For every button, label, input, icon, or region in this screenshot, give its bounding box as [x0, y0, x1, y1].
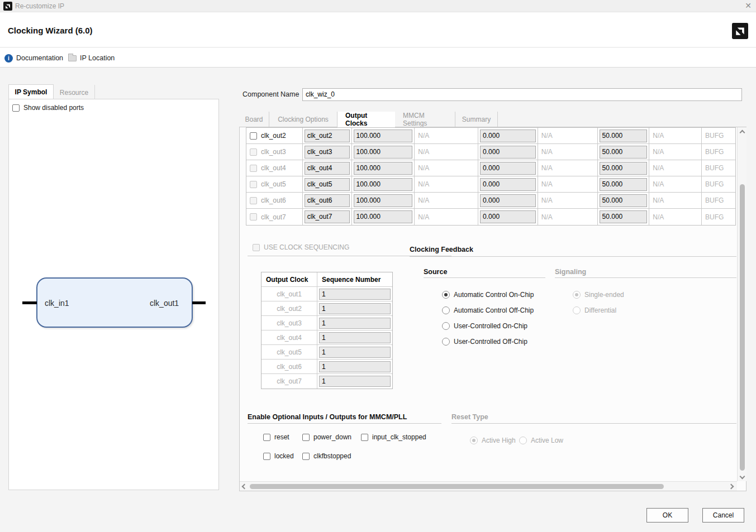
cancel-button[interactable]: Cancel	[702, 508, 744, 523]
table-row: clk_out7 clk_out7 100.000 N/A 0.000 N/A …	[246, 209, 735, 225]
phase-field: 0.000	[480, 146, 536, 159]
sequence-number-field: 1	[319, 376, 391, 387]
duty-cycle-field: 50.000	[600, 194, 648, 207]
tab-resource[interactable]: Resource	[54, 85, 95, 100]
component-name-input[interactable]: clk_wiz_0	[302, 88, 742, 101]
port-name-field: clk_out4	[305, 162, 350, 175]
reset-type-title: Reset Type	[451, 413, 488, 421]
sequence-row: clk_out31	[261, 316, 392, 330]
radio-user-controlled-off-chip[interactable]: User-Controlled Off-Chip	[442, 338, 527, 346]
amd-xilinx-logo-icon	[3, 2, 12, 11]
sequence-row: clk_out71	[261, 374, 392, 389]
checkbox-reset[interactable]: reset	[263, 433, 289, 441]
radio-differential: Differential	[573, 306, 616, 314]
horizontal-scrollbar[interactable]	[240, 481, 737, 491]
sequence-row: clk_out51	[261, 345, 392, 360]
checkbox-locked[interactable]: locked	[263, 452, 294, 460]
documentation-label: Documentation	[16, 54, 63, 62]
port-name-field: clk_out6	[305, 194, 350, 207]
checkbox-clkfbstopped[interactable]: clkfbstopped	[302, 452, 351, 460]
radio-automatic-control-off-chip[interactable]: Automatic Control Off-Chip	[442, 306, 534, 314]
sequence-header-row: Output Clock Sequence Number	[261, 272, 392, 287]
port-name-field: clk_out3	[305, 146, 350, 159]
sequence-number-field: 1	[319, 361, 391, 372]
phase-field: 0.000	[480, 210, 536, 223]
vertical-scrollbar[interactable]	[737, 127, 747, 481]
scroll-up-icon[interactable]	[738, 128, 747, 137]
radio-icon	[573, 306, 581, 314]
sequence-row: clk_out61	[261, 360, 392, 374]
output-freq-field: 100.000	[354, 178, 413, 191]
show-disabled-ports-checkbox[interactable]	[12, 104, 20, 112]
sequence-number-field: 1	[319, 347, 391, 358]
config-tabs: Board Clocking Options Output Clocks MMC…	[239, 112, 747, 127]
column-header: Sequence Number	[317, 272, 392, 286]
phase-field: 0.000	[480, 162, 536, 175]
duty-cycle-field: 50.000	[600, 210, 648, 223]
output-freq-field: 100.000	[354, 146, 413, 159]
radio-icon	[470, 437, 478, 444]
sequence-number-field: 1	[319, 318, 391, 329]
documentation-button[interactable]: i Documentation	[4, 52, 63, 64]
folder-icon	[68, 55, 77, 61]
show-disabled-ports-label: Show disabled ports	[23, 104, 84, 112]
output-freq-field: 100.000	[354, 194, 413, 207]
phase-field[interactable]: 0.000	[480, 130, 536, 142]
divider	[451, 423, 736, 424]
divider	[424, 277, 545, 278]
ok-button[interactable]: OK	[646, 508, 688, 523]
ip-location-button[interactable]: IP Location	[68, 52, 115, 64]
checkbox-input-clk-stopped[interactable]: input_clk_stopped	[361, 433, 426, 441]
checkbox-icon	[302, 453, 310, 460]
input-port-label: clk_in1	[45, 299, 69, 308]
tab-ip-symbol[interactable]: IP Symbol	[8, 84, 54, 99]
checkbox-icon	[302, 434, 310, 441]
radio-active-low: Active Low	[519, 437, 563, 444]
close-icon[interactable]: ✕	[745, 1, 752, 10]
tab-board[interactable]: Board	[239, 112, 269, 127]
sequence-row: clk_out11	[261, 287, 392, 301]
duty-cycle-field[interactable]: 50.000	[600, 130, 648, 142]
divider	[555, 277, 736, 278]
table-row: clk_out2 clk_out2 100.000 N/A 0.000 N/A …	[246, 128, 735, 144]
horizontal-scrollbar-thumb[interactable]	[250, 484, 664, 489]
duty-cycle-field: 50.000	[600, 162, 648, 175]
clk-out2-checkbox[interactable]	[250, 132, 257, 140]
sequence-number-field: 1	[319, 303, 391, 314]
tab-output-clocks[interactable]: Output Clocks	[337, 112, 395, 127]
scroll-left-icon[interactable]	[240, 482, 249, 491]
radio-single-ended: Single-ended	[573, 291, 624, 299]
radio-automatic-control-on-chip[interactable]: Automatic Control On-Chip	[442, 291, 534, 299]
checkbox-power-down[interactable]: power_down	[302, 433, 351, 441]
output-freq-field: 100.000	[354, 162, 413, 175]
component-name-label: Component Name	[243, 90, 299, 98]
source-title: Source	[424, 268, 447, 276]
table-row: clk_out6 clk_out6 100.000 N/A 0.000 N/A …	[246, 193, 735, 209]
output-clocks-table: clk_out2 clk_out2 100.000 N/A 0.000 N/A …	[246, 127, 736, 226]
output-freq-field[interactable]: 100.000	[354, 130, 413, 142]
clk-out5-checkbox	[250, 181, 257, 188]
phase-field: 0.000	[480, 194, 536, 207]
checkbox-icon	[361, 434, 368, 441]
table-row: clk_out5 clk_out5 100.000 N/A 0.000 N/A …	[246, 176, 735, 193]
tab-mmcm-settings[interactable]: MMCM Settings	[395, 112, 455, 127]
duty-cycle-field: 50.000	[600, 178, 648, 191]
scroll-right-icon[interactable]	[726, 482, 736, 491]
input-port-stub	[22, 301, 37, 304]
use-clock-sequencing-label: USE CLOCK SEQUENCING	[264, 243, 349, 251]
clk-out7-checkbox	[250, 213, 257, 221]
tab-clocking-options[interactable]: Clocking Options	[269, 112, 337, 127]
tab-summary[interactable]: Summary	[455, 112, 498, 127]
signaling-title: Signaling	[555, 268, 586, 276]
radio-user-controlled-on-chip[interactable]: User-Controlled On-Chip	[442, 322, 527, 330]
column-header: Output Clock	[261, 272, 317, 286]
output-port-label: clk_out1	[150, 299, 179, 308]
port-name-field[interactable]: clk_out2	[305, 130, 350, 142]
optional-io-title: Enable Optional Inputs / Outputs for MMC…	[248, 413, 407, 421]
divider	[410, 256, 736, 257]
sequence-number-field: 1	[319, 289, 391, 300]
scroll-down-icon[interactable]	[738, 472, 747, 481]
window-titlebar: Re-customize IP ✕	[0, 0, 756, 12]
radio-icon	[442, 291, 450, 299]
vertical-scrollbar-thumb[interactable]	[740, 184, 745, 471]
